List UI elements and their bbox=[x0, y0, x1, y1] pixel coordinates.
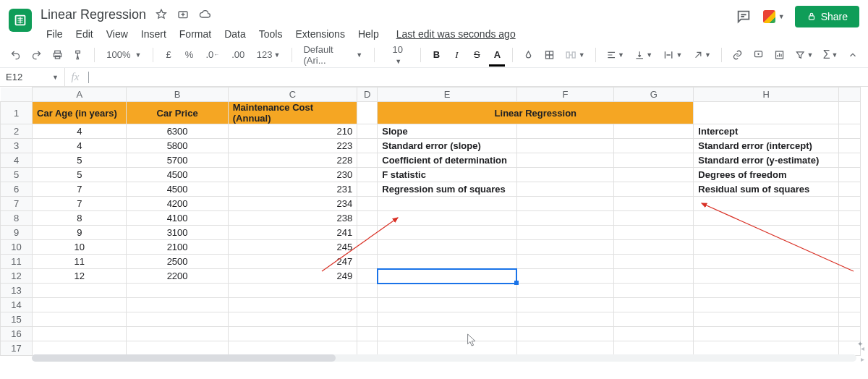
cell[interactable] bbox=[228, 298, 357, 312]
more-formats-button[interactable]: 123▼ bbox=[253, 46, 284, 64]
cell[interactable] bbox=[228, 312, 357, 327]
merge-icon[interactable]: ▼ bbox=[562, 46, 587, 64]
cell[interactable] bbox=[33, 298, 127, 312]
cell[interactable] bbox=[378, 327, 516, 341]
cell[interactable]: 5 bbox=[33, 153, 127, 168]
comment-icon[interactable] bbox=[750, 46, 767, 64]
cell[interactable] bbox=[694, 240, 839, 255]
cell[interactable]: 7 bbox=[33, 182, 127, 197]
cell[interactable]: Car Price bbox=[127, 102, 228, 124]
cell[interactable] bbox=[127, 298, 228, 312]
strike-button[interactable]: S bbox=[469, 46, 485, 64]
cell[interactable]: 210 bbox=[228, 124, 357, 139]
meet-button[interactable]: ▼ bbox=[763, 8, 785, 25]
explore-icon[interactable]: ✦ bbox=[854, 337, 867, 350]
cell[interactable]: Residual sum of squares bbox=[694, 182, 839, 197]
row-header[interactable]: 14 bbox=[1, 298, 33, 312]
cell[interactable]: 2100 bbox=[127, 240, 228, 255]
cell[interactable] bbox=[516, 255, 613, 269]
cell[interactable]: 7 bbox=[33, 197, 127, 211]
menu-format[interactable]: Format bbox=[174, 26, 217, 42]
row-header[interactable]: 5 bbox=[1, 168, 33, 182]
cell[interactable]: 4200 bbox=[127, 197, 228, 211]
functions-button[interactable]: Σ▼ bbox=[820, 46, 841, 64]
collapse-toolbar-icon[interactable] bbox=[845, 46, 861, 64]
cell[interactable] bbox=[614, 226, 694, 240]
redo-icon[interactable] bbox=[28, 46, 45, 64]
cell[interactable]: 5700 bbox=[127, 153, 228, 168]
increase-decimal-button[interactable]: .00 bbox=[228, 46, 249, 64]
percent-button[interactable]: % bbox=[181, 46, 197, 64]
cell[interactable] bbox=[378, 211, 516, 226]
decrease-decimal-button[interactable]: .0← bbox=[202, 46, 224, 64]
cell[interactable] bbox=[694, 102, 839, 124]
cell[interactable] bbox=[694, 298, 839, 312]
cell[interactable] bbox=[357, 341, 378, 356]
doc-title[interactable]: Linear Regression bbox=[41, 7, 146, 22]
cell[interactable]: 2500 bbox=[127, 255, 228, 269]
cell[interactable]: 247 bbox=[228, 255, 357, 269]
cell[interactable]: Slope bbox=[378, 124, 516, 139]
borders-icon[interactable] bbox=[541, 46, 558, 64]
cell[interactable]: 4 bbox=[33, 124, 127, 139]
cell[interactable] bbox=[694, 284, 839, 298]
wrap-icon[interactable]: ▼ bbox=[660, 46, 685, 64]
cell[interactable] bbox=[357, 139, 378, 153]
paint-format-icon[interactable] bbox=[70, 46, 87, 64]
cell[interactable] bbox=[378, 226, 516, 240]
col-header-c[interactable]: C bbox=[228, 88, 357, 102]
cell[interactable]: 12 bbox=[33, 269, 127, 284]
cell[interactable]: 3100 bbox=[127, 226, 228, 240]
cell[interactable] bbox=[614, 298, 694, 312]
cell[interactable] bbox=[694, 327, 839, 341]
cell[interactable]: 2200 bbox=[127, 269, 228, 284]
row-header[interactable]: 7 bbox=[1, 197, 33, 211]
cell[interactable] bbox=[516, 269, 613, 284]
h-align-icon[interactable]: ▼ bbox=[603, 46, 627, 64]
row-header[interactable]: 17 bbox=[1, 341, 33, 356]
col-header-b[interactable]: B bbox=[127, 88, 228, 102]
zoom-select[interactable]: 100%▼ bbox=[102, 49, 145, 60]
col-header-e[interactable]: E bbox=[378, 88, 516, 102]
cell[interactable]: Standard error (intercept) bbox=[694, 139, 839, 153]
cell[interactable]: 5800 bbox=[127, 139, 228, 153]
row-header[interactable]: 1 bbox=[1, 102, 33, 124]
cell[interactable] bbox=[516, 240, 613, 255]
cell[interactable]: 228 bbox=[228, 153, 357, 168]
cell[interactable] bbox=[694, 341, 839, 356]
cell[interactable] bbox=[516, 341, 613, 356]
cell[interactable] bbox=[516, 327, 613, 341]
cell[interactable] bbox=[228, 327, 357, 341]
cell[interactable] bbox=[357, 312, 378, 327]
cell[interactable] bbox=[378, 284, 516, 298]
cell[interactable] bbox=[516, 153, 613, 168]
row-header[interactable]: 3 bbox=[1, 139, 33, 153]
cell[interactable] bbox=[516, 211, 613, 226]
cell[interactable] bbox=[127, 284, 228, 298]
cell[interactable]: 245 bbox=[228, 240, 357, 255]
cell[interactable] bbox=[378, 255, 516, 269]
star-icon[interactable] bbox=[153, 7, 169, 22]
cell[interactable]: Car Age (in years) bbox=[33, 102, 127, 124]
cell[interactable]: 10 bbox=[33, 240, 127, 255]
menu-data[interactable]: Data bbox=[218, 26, 252, 42]
select-all-corner[interactable] bbox=[1, 88, 33, 102]
cell[interactable] bbox=[357, 102, 378, 124]
cell[interactable] bbox=[614, 139, 694, 153]
cell[interactable] bbox=[357, 255, 378, 269]
scroll-right-icon[interactable]: ▸ bbox=[861, 355, 864, 363]
row-header[interactable]: 15 bbox=[1, 312, 33, 327]
cell[interactable] bbox=[33, 284, 127, 298]
cell[interactable] bbox=[694, 211, 839, 226]
col-header-h[interactable]: H bbox=[694, 88, 839, 102]
cell[interactable] bbox=[33, 327, 127, 341]
cell[interactable]: 234 bbox=[228, 197, 357, 211]
menu-extensions[interactable]: Extensions bbox=[289, 26, 350, 42]
cell[interactable] bbox=[357, 182, 378, 197]
row-header[interactable]: 9 bbox=[1, 226, 33, 240]
cell[interactable]: 241 bbox=[228, 226, 357, 240]
cell[interactable] bbox=[516, 182, 613, 197]
cell[interactable] bbox=[614, 197, 694, 211]
col-header-g[interactable]: G bbox=[614, 88, 694, 102]
cell[interactable]: 4 bbox=[33, 139, 127, 153]
